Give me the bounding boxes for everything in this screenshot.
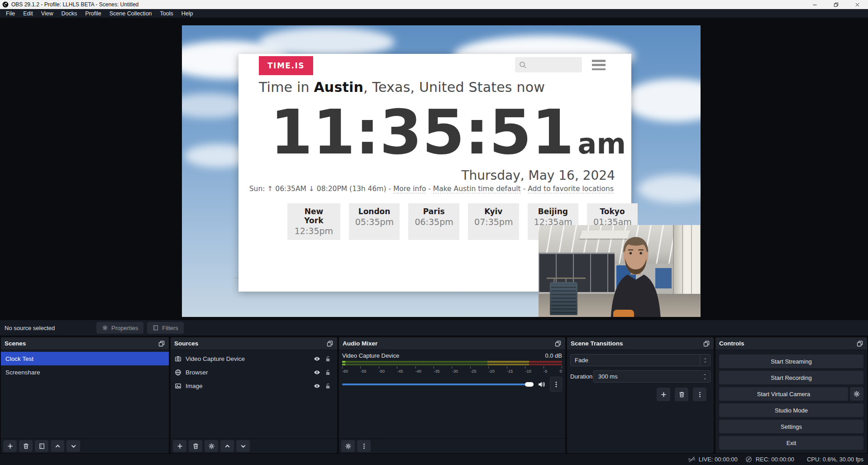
- visibility-eye-icon[interactable]: [314, 369, 320, 376]
- start-virtual-camera-button[interactable]: Start Virtual Camera: [719, 387, 848, 401]
- scene-move-down-button[interactable]: [67, 440, 80, 452]
- menu-tools[interactable]: Tools: [156, 10, 177, 17]
- rec-timer: REC: 00:00:00: [756, 456, 794, 463]
- lock-icon[interactable]: [324, 355, 331, 362]
- popout-icon[interactable]: [326, 340, 334, 347]
- make-default-link[interactable]: Make Austin time default: [433, 185, 521, 193]
- hamburger-menu-icon[interactable]: [592, 60, 606, 70]
- city-box-kyiv[interactable]: Kyiv07:35pm: [468, 203, 519, 240]
- trash-icon: [23, 443, 29, 450]
- chevron-down-icon: [70, 443, 77, 450]
- search-icon: [519, 61, 527, 69]
- exit-button[interactable]: Exit: [719, 436, 863, 450]
- source-item-image[interactable]: Image: [171, 379, 337, 393]
- mixer-toolbar: [339, 438, 565, 453]
- chevron-down-icon: [703, 377, 707, 380]
- add-source-button[interactable]: [173, 440, 186, 452]
- menu-edit[interactable]: Edit: [19, 10, 37, 17]
- menu-bar: File Edit View Docks Profile Scene Colle…: [0, 9, 868, 18]
- transition-select-spinner[interactable]: [700, 355, 710, 366]
- restore-button[interactable]: [825, 0, 847, 9]
- menu-docks[interactable]: Docks: [57, 10, 81, 17]
- remove-transition-button[interactable]: [675, 388, 688, 401]
- filter-icon: [153, 325, 159, 331]
- volume-slider-handle[interactable]: [525, 382, 534, 387]
- add-scene-button[interactable]: [3, 440, 17, 452]
- lock-icon[interactable]: [324, 383, 331, 389]
- mixer-channel-name: Video Capture Device: [342, 352, 399, 359]
- visibility-eye-icon[interactable]: [314, 383, 320, 389]
- start-recording-button[interactable]: Start Recording: [719, 371, 863, 384]
- source-item-video-capture[interactable]: Video Capture Device: [171, 352, 337, 365]
- title-bar: OBS 29.1.2 - Profile: LLHLS BETA - Scene…: [0, 0, 868, 9]
- scene-transitions-panel: Scene Transitions Fade Duration 300 ms: [567, 337, 714, 453]
- kebab-menu-icon: [361, 443, 367, 450]
- controls-panel: Controls Start Streaming Start Recording…: [715, 337, 867, 453]
- controls-header[interactable]: Controls: [715, 337, 867, 350]
- city-box-paris[interactable]: Paris06:35pm: [408, 203, 459, 240]
- filters-button[interactable]: Filters: [147, 322, 183, 334]
- menu-view[interactable]: View: [37, 10, 57, 17]
- speaker-mute-icon[interactable]: [538, 380, 546, 388]
- duration-spinbox[interactable]: 300 ms: [593, 370, 711, 383]
- sources-panel-header[interactable]: Sources: [171, 337, 337, 350]
- timeis-search-box[interactable]: [515, 57, 582, 72]
- duration-spinner[interactable]: [703, 373, 707, 380]
- virtual-camera-config-button[interactable]: [850, 387, 863, 401]
- popout-icon[interactable]: [856, 340, 863, 347]
- popout-icon[interactable]: [554, 340, 562, 347]
- add-favorite-link[interactable]: Add to favorite locations: [528, 185, 614, 193]
- scene-transitions-header[interactable]: Scene Transitions: [567, 337, 714, 350]
- source-move-up-button[interactable]: [220, 440, 234, 452]
- scene-preview[interactable]: TIME.IS Time in Austin, Texas, United St…: [182, 25, 701, 317]
- kebab-menu-icon: [553, 381, 560, 388]
- popout-icon[interactable]: [158, 340, 165, 347]
- volume-meter: -60-55-50-45-40-35-30-25-20-15-10-50: [342, 361, 562, 374]
- window-title: OBS 29.1.2 - Profile: LLHLS BETA - Scene…: [11, 1, 138, 8]
- cloud: [623, 79, 701, 122]
- source-item-browser[interactable]: Browser: [171, 365, 337, 379]
- advanced-audio-button[interactable]: [341, 440, 355, 452]
- remove-source-button[interactable]: [189, 440, 202, 452]
- transition-select[interactable]: Fade: [570, 354, 711, 366]
- menu-scene-collection[interactable]: Scene Collection: [105, 10, 156, 17]
- mixer-menu-button[interactable]: [357, 440, 371, 452]
- add-transition-button[interactable]: [657, 388, 670, 401]
- studio-mode-button[interactable]: Studio Mode: [719, 403, 863, 417]
- settings-button[interactable]: Settings: [719, 420, 863, 433]
- close-button[interactable]: [847, 0, 868, 9]
- webcam-orange-object: [613, 310, 634, 317]
- popout-icon[interactable]: [703, 340, 710, 347]
- transition-menu-button[interactable]: [693, 388, 706, 401]
- city-box-london[interactable]: London05:35pm: [349, 203, 400, 240]
- webcam-overlay-source[interactable]: [539, 225, 701, 317]
- scene-item-screenshare[interactable]: Screenshare: [1, 365, 169, 379]
- gear-icon: [208, 443, 215, 450]
- source-properties-button[interactable]: [205, 440, 218, 452]
- audio-mixer-header[interactable]: Audio Mixer: [339, 337, 565, 350]
- timeis-logo[interactable]: TIME.IS: [259, 56, 313, 75]
- more-info-link[interactable]: More info: [393, 185, 426, 193]
- record-inactive-icon: [745, 455, 753, 463]
- start-streaming-button[interactable]: Start Streaming: [719, 355, 863, 368]
- volume-slider[interactable]: [342, 384, 534, 385]
- audio-mixer-panel: Audio Mixer Video Capture Device 0.0 dB …: [339, 337, 565, 453]
- chevron-up-icon: [54, 443, 61, 450]
- lock-icon[interactable]: [324, 369, 331, 376]
- minimize-button[interactable]: [804, 0, 825, 9]
- scene-filters-button[interactable]: [35, 440, 48, 452]
- source-move-down-button[interactable]: [236, 440, 250, 452]
- visibility-eye-icon[interactable]: [314, 355, 320, 362]
- remove-scene-button[interactable]: [19, 440, 33, 452]
- scene-item-clock-test[interactable]: Clock Test: [1, 352, 169, 365]
- menu-profile[interactable]: Profile: [81, 10, 105, 17]
- scenes-panel-header[interactable]: Scenes: [1, 337, 169, 350]
- scene-move-up-button[interactable]: [51, 440, 64, 452]
- globe-icon: [175, 369, 181, 376]
- properties-button[interactable]: Properties: [96, 322, 143, 334]
- menu-help[interactable]: Help: [177, 10, 197, 17]
- menu-file[interactable]: File: [2, 10, 19, 17]
- city-box-new-york[interactable]: New York12:35pm: [287, 203, 340, 240]
- mixer-channel-menu-button[interactable]: [550, 377, 562, 392]
- audio-mixer-body: Video Capture Device 0.0 dB -60-55-50-45…: [339, 350, 565, 438]
